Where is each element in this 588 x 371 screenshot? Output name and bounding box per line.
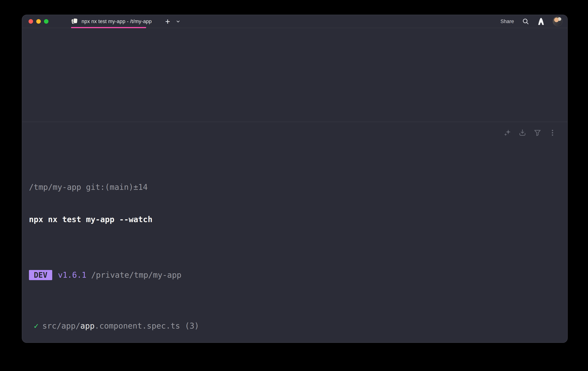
block-toolbar: [504, 129, 556, 137]
terminal-tab[interactable]: npx nx test my-app - /t/my-app: [70, 15, 154, 28]
filter-icon[interactable]: [534, 129, 541, 137]
test-file-dir: src/app/: [42, 321, 80, 331]
user-avatar[interactable]: [553, 17, 562, 26]
test-file-row: ✓ src/app/ app .component.spec.ts (3): [29, 321, 560, 331]
tab-pages-icon: [72, 19, 77, 24]
vitest-version: v1.6.1: [58, 270, 86, 280]
dev-badge: DEV: [29, 270, 52, 280]
zoom-window-button[interactable]: [44, 19, 48, 24]
kebab-menu-icon[interactable]: [548, 129, 556, 137]
traffic-lights: [29, 19, 48, 24]
search-icon[interactable]: [522, 18, 529, 25]
terminal-window: npx nx test my-app - /t/my-app + Share: [22, 15, 568, 343]
vitest-cwd-spacer: [86, 270, 91, 280]
test-file-base: app: [80, 321, 95, 331]
minimize-window-button[interactable]: [36, 19, 41, 24]
tabs-chevron-down-icon[interactable]: [175, 19, 181, 24]
titlebar: npx nx test my-app - /t/my-app + Share: [22, 15, 567, 28]
new-tab-button[interactable]: +: [165, 18, 170, 25]
close-window-button[interactable]: [29, 19, 33, 24]
titlebar-right-controls: Share: [500, 17, 562, 26]
warp-logo-icon[interactable]: [537, 17, 545, 26]
test-file-count: (3): [185, 321, 199, 331]
download-icon[interactable]: [518, 129, 526, 137]
sparkles-ai-icon[interactable]: [504, 129, 511, 137]
share-button[interactable]: Share: [500, 19, 514, 24]
scrollback-area: [22, 28, 567, 122]
active-tab-underline: [71, 27, 146, 28]
check-icon: ✓: [34, 321, 39, 331]
command-block: /tmp/my-app git:(main)±14 npx nx test my…: [22, 122, 567, 343]
shell-prompt: /tmp/my-app git:(main)±14: [29, 182, 560, 192]
tab-title: npx nx test my-app - /t/my-app: [82, 19, 152, 24]
command-text: npx nx test my-app --watch: [29, 214, 560, 225]
vitest-cwd: /private/tmp/my-app: [91, 270, 181, 280]
test-file-count-spacer: [180, 321, 185, 331]
vitest-dev-line: DEV v1.6.1 /private/tmp/my-app: [29, 270, 560, 280]
test-file-ext: .component.spec.ts: [94, 321, 180, 331]
